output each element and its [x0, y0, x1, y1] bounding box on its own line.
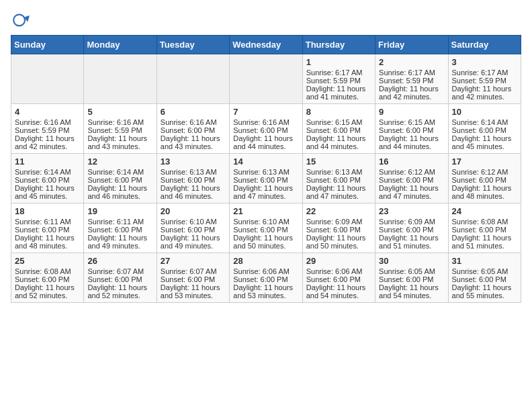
cell-info-line: Daylight: 11 hours — [452, 234, 517, 242]
week-row-4: 18Sunrise: 6:11 AMSunset: 6:00 PMDayligh… — [11, 203, 521, 253]
calendar-cell — [11, 54, 84, 104]
cell-info-line: Sunset: 6:00 PM — [233, 126, 298, 134]
calendar-cell: 19Sunrise: 6:11 AMSunset: 6:00 PMDayligh… — [84, 203, 157, 253]
calendar-cell: 27Sunrise: 6:07 AMSunset: 6:00 PMDayligh… — [157, 253, 229, 303]
cell-info-line: and 45 minutes. — [15, 192, 80, 200]
cell-info-line: Sunrise: 6:11 AM — [15, 218, 80, 226]
cell-info-line: Daylight: 11 hours — [306, 283, 371, 291]
day-number: 7 — [233, 107, 298, 117]
calendar-cell: 5Sunrise: 6:16 AMSunset: 5:59 PMDaylight… — [84, 104, 157, 154]
calendar-cell: 25Sunrise: 6:08 AMSunset: 6:00 PMDayligh… — [11, 253, 84, 303]
day-number: 21 — [233, 206, 298, 216]
day-number: 13 — [161, 156, 226, 167]
cell-info-line: and 43 minutes. — [87, 142, 152, 150]
cell-info-line: Daylight: 11 hours — [306, 134, 371, 142]
cell-info-line: and 50 minutes. — [233, 242, 298, 250]
cell-info-line: and 53 minutes. — [233, 291, 298, 300]
calendar-cell: 10Sunrise: 6:14 AMSunset: 6:00 PMDayligh… — [448, 104, 521, 154]
cell-info-line: Sunrise: 6:17 AM — [452, 68, 517, 77]
calendar-cell: 26Sunrise: 6:07 AMSunset: 6:00 PMDayligh… — [84, 253, 157, 303]
cell-info-line: Sunset: 6:00 PM — [379, 176, 444, 184]
calendar: SundayMondayTuesdayWednesdayThursdayFrid… — [11, 35, 521, 303]
cell-info-line: Sunset: 5:59 PM — [306, 77, 371, 85]
cell-info-line: Sunrise: 6:17 AM — [306, 68, 371, 77]
cell-info-line: and 49 minutes. — [87, 242, 152, 250]
cell-info-line: Sunset: 6:00 PM — [306, 176, 371, 184]
day-number: 6 — [161, 107, 226, 117]
cell-info-line: and 50 minutes. — [306, 242, 371, 250]
cell-info-line: and 54 minutes. — [379, 291, 444, 300]
cell-info-line: Sunrise: 6:16 AM — [161, 118, 226, 126]
weekday-header-tuesday: Tuesday — [157, 36, 229, 54]
cell-info-line: Sunset: 6:00 PM — [306, 126, 371, 134]
cell-info-line: and 55 minutes. — [452, 291, 517, 300]
cell-info-line: and 46 minutes. — [87, 192, 152, 200]
day-number: 15 — [306, 156, 371, 167]
calendar-header: SundayMondayTuesdayWednesdayThursdayFrid… — [11, 36, 521, 54]
cell-info-line: Sunrise: 6:12 AM — [379, 168, 444, 176]
cell-info-line: Daylight: 11 hours — [15, 134, 80, 142]
calendar-cell: 1Sunrise: 6:17 AMSunset: 5:59 PMDaylight… — [302, 54, 375, 104]
cell-info-line: Daylight: 11 hours — [233, 234, 298, 242]
day-number: 2 — [379, 57, 444, 67]
header — [11, 11, 521, 30]
cell-info-line: Daylight: 11 hours — [379, 134, 444, 142]
cell-info-line: and 52 minutes. — [15, 291, 80, 300]
weekday-header-saturday: Saturday — [448, 36, 521, 54]
cell-info-line: Sunset: 6:00 PM — [306, 226, 371, 234]
logo-icon — [11, 11, 30, 30]
cell-info-line: and 45 minutes. — [452, 142, 517, 150]
cell-info-line: Sunrise: 6:08 AM — [452, 218, 517, 226]
cell-info-line: Sunset: 5:59 PM — [87, 126, 152, 134]
calendar-cell: 8Sunrise: 6:15 AMSunset: 6:00 PMDaylight… — [302, 104, 375, 154]
cell-info-line: Daylight: 11 hours — [452, 184, 517, 192]
cell-info-line: Daylight: 11 hours — [15, 234, 80, 242]
calendar-cell: 31Sunrise: 6:05 AMSunset: 6:00 PMDayligh… — [448, 253, 521, 303]
day-number: 16 — [379, 156, 444, 167]
week-row-2: 4Sunrise: 6:16 AMSunset: 5:59 PMDaylight… — [11, 104, 521, 154]
cell-info-line: Sunset: 6:00 PM — [233, 226, 298, 234]
cell-info-line: Daylight: 11 hours — [15, 184, 80, 192]
cell-info-line: and 52 minutes. — [87, 291, 152, 300]
calendar-cell: 2Sunrise: 6:17 AMSunset: 5:59 PMDaylight… — [375, 54, 448, 104]
cell-info-line: Daylight: 11 hours — [306, 184, 371, 192]
cell-info-line: Daylight: 11 hours — [452, 134, 517, 142]
weekday-header-wednesday: Wednesday — [230, 36, 302, 54]
calendar-body: 1Sunrise: 6:17 AMSunset: 5:59 PMDaylight… — [11, 54, 521, 303]
calendar-cell: 29Sunrise: 6:06 AMSunset: 6:00 PMDayligh… — [302, 253, 375, 303]
cell-info-line: Sunset: 6:00 PM — [15, 226, 80, 234]
cell-info-line: Sunrise: 6:15 AM — [379, 118, 444, 126]
calendar-cell: 11Sunrise: 6:14 AMSunset: 6:00 PMDayligh… — [11, 154, 84, 203]
weekday-header-monday: Monday — [84, 36, 157, 54]
cell-info-line: and 43 minutes. — [161, 142, 226, 150]
cell-info-line: Sunrise: 6:07 AM — [161, 267, 226, 275]
cell-info-line: and 49 minutes. — [161, 242, 226, 250]
cell-info-line: and 48 minutes. — [452, 192, 517, 200]
day-number: 4 — [15, 107, 80, 117]
week-row-5: 25Sunrise: 6:08 AMSunset: 6:00 PMDayligh… — [11, 253, 521, 303]
cell-info-line: Sunset: 6:00 PM — [306, 275, 371, 283]
cell-info-line: Sunset: 6:00 PM — [161, 226, 226, 234]
cell-info-line: Daylight: 11 hours — [87, 234, 152, 242]
cell-info-line: Daylight: 11 hours — [379, 85, 444, 93]
calendar-cell — [84, 54, 157, 104]
calendar-cell — [230, 54, 302, 104]
cell-info-line: and 51 minutes. — [452, 242, 517, 250]
calendar-cell: 30Sunrise: 6:05 AMSunset: 6:00 PMDayligh… — [375, 253, 448, 303]
cell-info-line: Sunset: 6:00 PM — [15, 176, 80, 184]
cell-info-line: and 44 minutes. — [306, 142, 371, 150]
cell-info-line: Sunset: 6:00 PM — [87, 226, 152, 234]
cell-info-line: Daylight: 11 hours — [452, 283, 517, 291]
day-number: 8 — [306, 107, 371, 117]
day-number: 11 — [15, 156, 80, 167]
cell-info-line: Sunrise: 6:15 AM — [306, 118, 371, 126]
day-number: 27 — [161, 256, 226, 266]
cell-info-line: and 42 minutes. — [452, 93, 517, 101]
cell-info-line: and 46 minutes. — [161, 192, 226, 200]
cell-info-line: Sunset: 5:59 PM — [379, 77, 444, 85]
cell-info-line: Sunset: 6:00 PM — [379, 275, 444, 283]
cell-info-line: Daylight: 11 hours — [87, 184, 152, 192]
cell-info-line: Sunrise: 6:16 AM — [233, 118, 298, 126]
calendar-cell: 3Sunrise: 6:17 AMSunset: 5:59 PMDaylight… — [448, 54, 521, 104]
day-number: 31 — [452, 256, 517, 266]
